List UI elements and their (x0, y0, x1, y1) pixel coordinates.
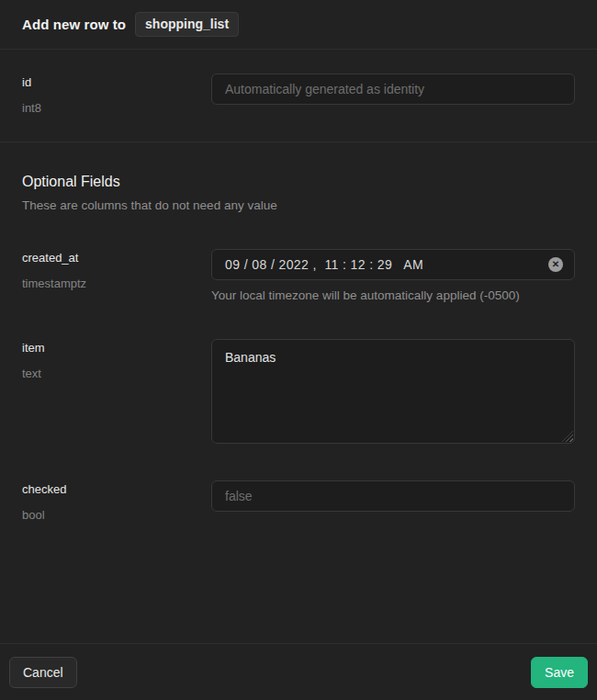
field-row-checked: checked bool (22, 480, 575, 523)
created-at-datetime-input[interactable]: 09 / 08 / 2022 , 11 : 12 : 29 AM ✕ (211, 249, 575, 280)
add-row-panel: Add new row to shopping_list id int8 Opt… (0, 0, 597, 700)
field-control-col (211, 480, 575, 512)
field-name-item: item (22, 342, 211, 355)
panel-header: Add new row to shopping_list (0, 0, 597, 50)
field-control-col (211, 73, 575, 105)
optional-fields-section: Optional Fields These are columns that d… (0, 142, 597, 523)
table-name-badge: shopping_list (135, 12, 239, 37)
id-input[interactable] (211, 73, 575, 105)
field-label-col: id int8 (22, 73, 211, 116)
field-type-item: text (22, 367, 211, 380)
checked-input[interactable] (211, 480, 575, 512)
timezone-helper-text: Your local timezone will be automaticall… (211, 288, 575, 302)
field-control-col: 09 / 08 / 2022 , 11 : 12 : 29 AM ✕ Your … (211, 249, 575, 302)
field-type-id: int8 (22, 102, 211, 115)
panel-title: Add new row to (22, 17, 126, 32)
field-row-item: item text Bananas (22, 339, 575, 444)
panel-footer: Cancel Save (0, 643, 597, 700)
field-label-col: item text (22, 339, 211, 381)
item-textarea[interactable]: Bananas (211, 339, 575, 444)
optional-fields-title: Optional Fields (22, 174, 575, 190)
field-name-checked: checked (22, 483, 211, 496)
field-type-checked: bool (22, 509, 211, 522)
field-row-id: id int8 (22, 73, 575, 116)
field-row-created-at: created_at timestamptz 09 / 08 / 2022 , … (22, 249, 575, 302)
field-label-col: created_at timestamptz (22, 249, 211, 291)
item-textarea-wrap: Bananas (211, 339, 575, 444)
field-label-col: checked bool (22, 480, 211, 523)
clear-datetime-icon[interactable]: ✕ (548, 257, 563, 272)
save-button[interactable]: Save (531, 657, 588, 688)
created-at-value[interactable]: 09 / 08 / 2022 , 11 : 12 : 29 AM (225, 257, 423, 272)
field-name-id: id (22, 76, 211, 89)
field-name-created-at: created_at (22, 252, 211, 265)
required-fields-section: id int8 (0, 50, 597, 142)
field-control-col: Bananas (211, 339, 575, 444)
cancel-button[interactable]: Cancel (9, 657, 77, 688)
optional-fields-subtitle: These are columns that do not need any v… (22, 198, 575, 212)
field-type-created-at: timestamptz (22, 277, 211, 290)
